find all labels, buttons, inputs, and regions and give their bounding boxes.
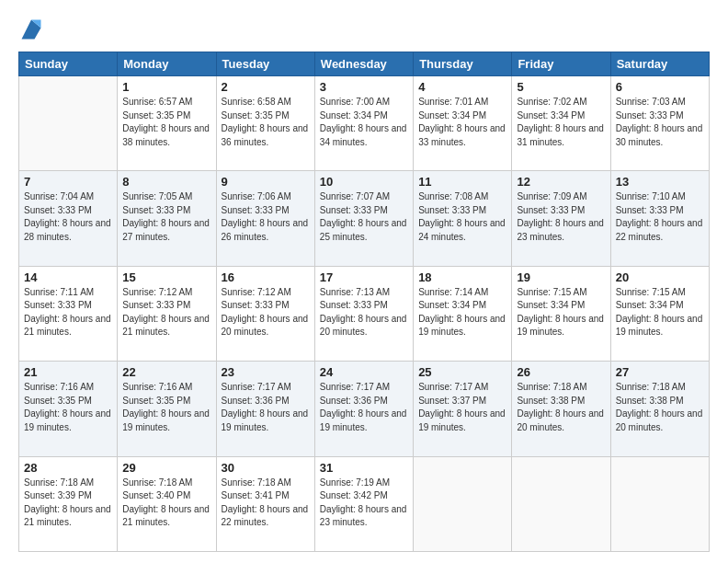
day-cell: 15Sunrise: 7:12 AMSunset: 3:33 PMDayligh…: [118, 266, 216, 361]
day-number: 25: [418, 365, 506, 379]
day-number: 27: [616, 365, 704, 379]
day-number: 9: [222, 175, 310, 189]
day-info: Sunrise: 7:16 AMSunset: 3:35 PMDaylight:…: [122, 381, 210, 434]
day-info: Sunrise: 7:18 AMSunset: 3:41 PMDaylight:…: [222, 477, 310, 530]
day-info: Sunrise: 7:09 AMSunset: 3:33 PMDaylight:…: [517, 190, 605, 244]
day-number: 4: [418, 80, 506, 94]
day-number: 20: [616, 270, 704, 284]
day-number: 16: [222, 270, 310, 284]
day-cell: 17Sunrise: 7:13 AMSunset: 3:33 PMDayligh…: [314, 266, 413, 361]
day-cell: 7Sunrise: 7:04 AMSunset: 3:33 PMDaylight…: [19, 171, 118, 266]
day-info: Sunrise: 7:12 AMSunset: 3:33 PMDaylight:…: [222, 286, 310, 339]
day-info: Sunrise: 7:00 AMSunset: 3:34 PMDaylight:…: [320, 96, 408, 149]
day-number: 10: [320, 175, 408, 189]
day-cell: 12Sunrise: 7:09 AMSunset: 3:33 PMDayligh…: [512, 171, 610, 266]
day-number: 24: [320, 365, 408, 379]
week-row-2: 7Sunrise: 7:04 AMSunset: 3:33 PMDaylight…: [19, 171, 710, 266]
day-cell: 20Sunrise: 7:15 AMSunset: 3:34 PMDayligh…: [610, 266, 709, 361]
day-cell: 31Sunrise: 7:19 AMSunset: 3:42 PMDayligh…: [314, 456, 413, 551]
day-number: 26: [517, 365, 605, 379]
week-row-3: 14Sunrise: 7:11 AMSunset: 3:33 PMDayligh…: [19, 266, 710, 361]
day-cell: 11Sunrise: 7:08 AMSunset: 3:33 PMDayligh…: [414, 171, 512, 266]
day-cell: 19Sunrise: 7:15 AMSunset: 3:34 PMDayligh…: [512, 266, 610, 361]
day-info: Sunrise: 7:10 AMSunset: 3:33 PMDaylight:…: [616, 190, 704, 244]
weekday-thursday: Thursday: [414, 52, 512, 76]
day-cell: 22Sunrise: 7:16 AMSunset: 3:35 PMDayligh…: [118, 362, 216, 456]
day-info: Sunrise: 7:18 AMSunset: 3:38 PMDaylight:…: [517, 381, 605, 434]
day-number: 2: [222, 80, 310, 94]
day-cell: 10Sunrise: 7:07 AMSunset: 3:33 PMDayligh…: [314, 171, 413, 266]
day-info: Sunrise: 7:17 AMSunset: 3:36 PMDaylight:…: [222, 381, 310, 434]
day-number: 19: [517, 270, 605, 284]
day-info: Sunrise: 7:08 AMSunset: 3:33 PMDaylight:…: [418, 190, 506, 244]
day-info: Sunrise: 7:15 AMSunset: 3:34 PMDaylight:…: [616, 286, 704, 339]
day-cell: 28Sunrise: 7:18 AMSunset: 3:39 PMDayligh…: [19, 456, 118, 551]
day-number: 15: [122, 270, 210, 284]
day-info: Sunrise: 7:16 AMSunset: 3:35 PMDaylight:…: [24, 381, 112, 434]
day-cell: 14Sunrise: 7:11 AMSunset: 3:33 PMDayligh…: [19, 266, 118, 361]
week-row-4: 21Sunrise: 7:16 AMSunset: 3:35 PMDayligh…: [19, 362, 710, 456]
logo: [18, 17, 48, 42]
day-info: Sunrise: 7:11 AMSunset: 3:33 PMDaylight:…: [24, 286, 112, 339]
day-info: Sunrise: 7:15 AMSunset: 3:34 PMDaylight:…: [517, 286, 605, 339]
day-cell: 4Sunrise: 7:01 AMSunset: 3:34 PMDaylight…: [414, 76, 512, 171]
day-number: 18: [418, 270, 506, 284]
day-info: Sunrise: 6:57 AMSunset: 3:35 PMDaylight:…: [122, 96, 210, 149]
day-info: Sunrise: 7:06 AMSunset: 3:33 PMDaylight:…: [222, 190, 310, 244]
day-info: Sunrise: 7:13 AMSunset: 3:33 PMDaylight:…: [320, 286, 408, 339]
day-info: Sunrise: 7:17 AMSunset: 3:37 PMDaylight:…: [418, 381, 506, 434]
calendar-table: SundayMondayTuesdayWednesdayThursdayFrid…: [18, 52, 710, 552]
weekday-friday: Friday: [512, 52, 610, 76]
day-number: 22: [122, 365, 210, 379]
day-cell: 9Sunrise: 7:06 AMSunset: 3:33 PMDaylight…: [216, 171, 314, 266]
header: [18, 17, 710, 42]
day-cell: 18Sunrise: 7:14 AMSunset: 3:34 PMDayligh…: [414, 266, 512, 361]
day-number: 13: [616, 175, 704, 189]
weekday-sunday: Sunday: [19, 52, 118, 76]
day-number: 11: [418, 175, 506, 189]
day-info: Sunrise: 7:18 AMSunset: 3:38 PMDaylight:…: [616, 381, 704, 434]
day-cell: 6Sunrise: 7:03 AMSunset: 3:33 PMDaylight…: [610, 76, 709, 171]
day-cell: 21Sunrise: 7:16 AMSunset: 3:35 PMDayligh…: [19, 362, 118, 456]
week-row-5: 28Sunrise: 7:18 AMSunset: 3:39 PMDayligh…: [19, 456, 710, 551]
day-number: 6: [616, 80, 704, 94]
day-cell: [610, 456, 709, 551]
day-info: Sunrise: 6:58 AMSunset: 3:35 PMDaylight:…: [222, 96, 310, 149]
day-cell: 27Sunrise: 7:18 AMSunset: 3:38 PMDayligh…: [610, 362, 709, 456]
weekday-tuesday: Tuesday: [216, 52, 314, 76]
day-info: Sunrise: 7:12 AMSunset: 3:33 PMDaylight:…: [122, 286, 210, 339]
day-number: 30: [222, 461, 310, 475]
day-cell: 8Sunrise: 7:05 AMSunset: 3:33 PMDaylight…: [118, 171, 216, 266]
day-cell: 23Sunrise: 7:17 AMSunset: 3:36 PMDayligh…: [216, 362, 314, 456]
day-cell: [414, 456, 512, 551]
day-number: 17: [320, 270, 408, 284]
day-cell: 24Sunrise: 7:17 AMSunset: 3:36 PMDayligh…: [314, 362, 413, 456]
day-number: 28: [24, 461, 112, 475]
day-info: Sunrise: 7:03 AMSunset: 3:33 PMDaylight:…: [616, 96, 704, 149]
day-info: Sunrise: 7:14 AMSunset: 3:34 PMDaylight:…: [418, 286, 506, 339]
day-number: 21: [24, 365, 112, 379]
day-info: Sunrise: 7:04 AMSunset: 3:33 PMDaylight:…: [24, 190, 112, 244]
day-number: 7: [24, 175, 112, 189]
day-cell: 5Sunrise: 7:02 AMSunset: 3:34 PMDaylight…: [512, 76, 610, 171]
day-info: Sunrise: 7:01 AMSunset: 3:34 PMDaylight:…: [418, 96, 506, 149]
weekday-header-row: SundayMondayTuesdayWednesdayThursdayFrid…: [19, 52, 710, 76]
day-info: Sunrise: 7:19 AMSunset: 3:42 PMDaylight:…: [320, 477, 408, 530]
day-info: Sunrise: 7:05 AMSunset: 3:33 PMDaylight:…: [122, 190, 210, 244]
day-cell: 3Sunrise: 7:00 AMSunset: 3:34 PMDaylight…: [314, 76, 413, 171]
day-number: 3: [320, 80, 408, 94]
day-number: 14: [24, 270, 112, 284]
day-cell: 26Sunrise: 7:18 AMSunset: 3:38 PMDayligh…: [512, 362, 610, 456]
day-number: 12: [517, 175, 605, 189]
day-cell: 13Sunrise: 7:10 AMSunset: 3:33 PMDayligh…: [610, 171, 709, 266]
page: SundayMondayTuesdayWednesdayThursdayFrid…: [0, 0, 728, 563]
day-info: Sunrise: 7:17 AMSunset: 3:36 PMDaylight:…: [320, 381, 408, 434]
day-cell: 2Sunrise: 6:58 AMSunset: 3:35 PMDaylight…: [216, 76, 314, 171]
day-info: Sunrise: 7:18 AMSunset: 3:39 PMDaylight:…: [24, 477, 112, 530]
day-number: 31: [320, 461, 408, 475]
day-cell: 1Sunrise: 6:57 AMSunset: 3:35 PMDaylight…: [118, 76, 216, 171]
logo-icon: [18, 17, 44, 42]
weekday-saturday: Saturday: [610, 52, 709, 76]
day-cell: [512, 456, 610, 551]
day-info: Sunrise: 7:18 AMSunset: 3:40 PMDaylight:…: [122, 477, 210, 530]
